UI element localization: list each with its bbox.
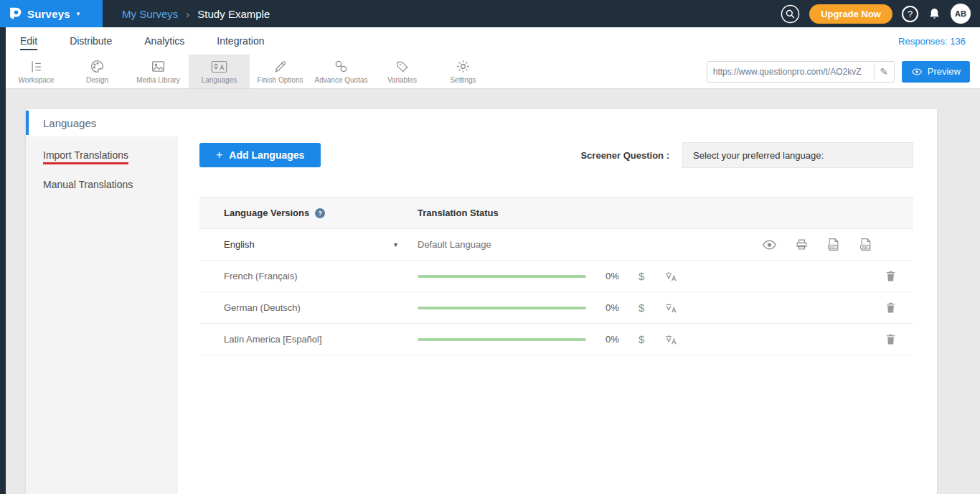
print-icon[interactable]	[795, 238, 809, 251]
toolbar-item-media-library[interactable]: Media Library	[128, 55, 189, 88]
toolbar-item-settings[interactable]: Settings	[433, 55, 494, 88]
add-languages-button[interactable]: + Add Languages	[199, 143, 321, 167]
survey-tab-bar: Edit Distribute Analytics Integration Re…	[6, 27, 980, 55]
column-translation-status: Translation Status	[418, 208, 499, 218]
tab-edit[interactable]: Edit	[20, 27, 37, 55]
paid-translation-icon[interactable]: $	[639, 270, 644, 282]
toolbar-item-label: Settings	[450, 76, 476, 84]
default-language-status: Default Language	[418, 239, 491, 250]
toolbar-item-languages[interactable]: Languages	[189, 55, 250, 88]
panel-title: Languages	[43, 117, 96, 129]
languages-sidebar: Import Translations Manual Translations	[26, 136, 178, 494]
help-icon[interactable]: ?	[902, 6, 918, 22]
table-header-row: Language Versions ? Translation Status	[199, 197, 913, 229]
plus-icon: +	[216, 149, 222, 161]
toolbar-item-label: Design	[86, 76, 108, 84]
translation-percent: 0%	[606, 302, 624, 313]
delete-language-icon[interactable]	[885, 333, 896, 345]
sidebar-item-manual-translations[interactable]: Manual Translations	[26, 170, 178, 200]
export-doc-icon[interactable]: DOC	[826, 237, 841, 252]
tab-distribute[interactable]: Distribute	[70, 27, 112, 55]
translation-progress-bar	[418, 275, 586, 278]
export-pdf-icon[interactable]: PDF	[859, 237, 873, 252]
paid-translation-icon[interactable]: $	[639, 302, 644, 314]
breadcrumb-current-survey: Study Example	[197, 8, 270, 20]
toolbar-item-advance-quotas[interactable]: Advance Quotas	[311, 55, 372, 88]
toolbar-item-label: Languages	[202, 76, 237, 84]
breadcrumb-my-surveys[interactable]: My Surveys	[122, 8, 178, 20]
content-area: Languages Import Translations Manual Tra…	[6, 89, 980, 494]
toolbar-item-label: Finish Options	[258, 76, 303, 84]
finish-options-pen-icon	[273, 59, 288, 74]
preview-eye-icon	[911, 67, 923, 76]
edit-url-pencil-icon[interactable]: ✎	[874, 62, 894, 82]
toolbar-item-variables[interactable]: Variables	[372, 55, 433, 88]
table-row-german: German (Deutsch) 0% $	[199, 292, 913, 324]
language-name: French (Français)	[199, 271, 418, 281]
delete-language-icon[interactable]	[885, 302, 896, 314]
translate-icon[interactable]	[664, 270, 677, 283]
avatar[interactable]: AB	[951, 4, 971, 24]
tab-label: Integration	[217, 35, 264, 47]
panel-header: Languages	[26, 109, 937, 136]
sidebar-item-import-translations[interactable]: Import Translations	[26, 141, 178, 170]
topbar-actions: Upgrade Now ? AB	[781, 4, 980, 24]
toolbar-right-group: ✎ Preview	[707, 55, 970, 88]
screener-question-group: Screener Question : Select your preferre…	[580, 142, 913, 168]
app-shell: Edit Distribute Analytics Integration Re…	[0, 27, 980, 494]
quota-links-icon	[334, 59, 349, 74]
column-language-versions: Language Versions ?	[199, 208, 418, 218]
sidebar-item-label: Manual Translations	[43, 179, 133, 190]
sidebar-item-label: Import Translations	[43, 149, 128, 164]
survey-url-input[interactable]	[707, 62, 874, 82]
language-name: German (Deutsch)	[199, 302, 418, 313]
active-section-accent	[26, 111, 29, 135]
responses-count-link[interactable]: Responses: 136	[898, 36, 966, 47]
translation-percent: 0%	[606, 271, 624, 281]
svg-text:DOC: DOC	[829, 246, 836, 249]
toolbar-item-label: Media Library	[136, 76, 180, 84]
chevron-down-icon: ▾	[77, 10, 80, 17]
edit-toolbar: Workspace Design Media Library Languages…	[6, 55, 980, 89]
translation-percent: 0%	[606, 334, 624, 345]
table-row-french: French (Français) 0% $	[199, 261, 913, 292]
column-header-label: Translation Status	[418, 208, 499, 218]
workspace-icon	[29, 59, 44, 74]
view-eye-icon[interactable]	[762, 239, 777, 251]
help-icon[interactable]: ?	[315, 208, 325, 218]
variables-tag-icon	[395, 59, 410, 74]
toolbar-item-design[interactable]: Design	[67, 55, 128, 88]
default-language-label: English	[224, 239, 255, 250]
notifications-bell-icon[interactable]	[928, 7, 941, 21]
toolbar-item-finish-options[interactable]: Finish Options	[250, 55, 311, 88]
toolbar-item-label: Workspace	[19, 76, 55, 84]
translate-icon[interactable]	[664, 333, 677, 346]
svg-text:PDF: PDF	[862, 246, 869, 249]
tab-integration[interactable]: Integration	[217, 27, 264, 55]
search-icon[interactable]	[781, 4, 800, 24]
preview-label: Preview	[928, 66, 961, 77]
toolbar-item-workspace[interactable]: Workspace	[6, 55, 67, 88]
top-navigation-bar: Surveys ▾ My Surveys › Study Example Upg…	[0, 0, 980, 27]
screener-question-label: Screener Question :	[580, 150, 669, 161]
languages-panel: Languages Import Translations Manual Tra…	[26, 109, 937, 494]
languages-main: + Add Languages Screener Question : Sele…	[178, 136, 937, 494]
media-library-icon	[151, 59, 166, 74]
product-switcher[interactable]: Surveys ▾	[0, 0, 103, 27]
paid-translation-icon[interactable]: $	[639, 333, 644, 345]
toolbar-item-label: Advance Quotas	[315, 76, 368, 84]
tab-analytics[interactable]: Analytics	[144, 27, 184, 55]
default-language-select[interactable]: English ▾	[199, 239, 418, 250]
default-row-actions: DOC PDF	[762, 237, 873, 252]
toolbar-item-label: Variables	[387, 76, 417, 84]
translate-icon[interactable]	[664, 302, 677, 314]
tab-label: Analytics	[144, 35, 184, 47]
screener-question-select[interactable]: Select your preferred language:	[682, 142, 913, 168]
delete-language-icon[interactable]	[885, 270, 896, 282]
breadcrumb: My Surveys › Study Example	[122, 8, 270, 20]
language-name: Latin America [Español]	[199, 334, 418, 345]
upgrade-now-button[interactable]: Upgrade Now	[809, 4, 892, 24]
design-palette-icon	[90, 59, 105, 74]
collapsed-left-nav[interactable]	[0, 27, 6, 494]
preview-button[interactable]: Preview	[902, 61, 970, 83]
